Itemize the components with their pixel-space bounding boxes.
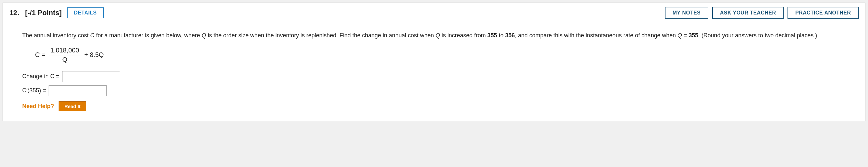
change-input[interactable] xyxy=(62,71,120,82)
question-body: The annual inventory cost C for a manufa… xyxy=(3,23,865,121)
val-356: 356 xyxy=(505,32,515,39)
formula-line: C = 1,018,000 Q + 8.5Q xyxy=(35,47,846,63)
inputs-section: Change in C = C′(355) = xyxy=(22,71,846,96)
need-help-label: Need Help? xyxy=(22,103,54,110)
page-container: 12. [-/1 Points] DETAILS MY NOTES ASK YO… xyxy=(0,0,868,167)
points-label: [-/1 Points] xyxy=(25,9,62,17)
var-q3: Q xyxy=(677,32,682,39)
change-label: Change in C = xyxy=(22,73,60,80)
details-button[interactable]: DETAILS xyxy=(67,7,104,18)
problem-text-1: The annual inventory cost xyxy=(22,32,90,39)
formula-lhs: C = xyxy=(35,51,45,59)
problem-text-8: . (Round your answers to two decimal pla… xyxy=(698,32,817,39)
problem-text-7: = xyxy=(682,32,689,39)
fraction-denominator: Q xyxy=(61,55,69,63)
read-it-button[interactable]: Read It xyxy=(59,101,86,111)
header-left: 12. [-/1 Points] DETAILS xyxy=(9,7,104,18)
var-q: Q xyxy=(202,32,206,39)
derivative-input-row: C′(355) = xyxy=(22,85,846,96)
need-help-section: Need Help? Read It xyxy=(22,101,846,111)
change-input-row: Change in C = xyxy=(22,71,846,82)
formula-container: C = 1,018,000 Q + 8.5Q xyxy=(35,47,846,63)
question-card: 12. [-/1 Points] DETAILS MY NOTES ASK YO… xyxy=(3,3,865,121)
problem-text-5: to xyxy=(497,32,505,39)
fraction-numerator: 1,018,000 xyxy=(49,47,81,55)
derivative-label: C′(355) = xyxy=(22,87,46,94)
problem-text-3: is the order size when the inventory is … xyxy=(206,32,435,39)
my-notes-button[interactable]: MY NOTES xyxy=(665,7,708,19)
formula-fraction: 1,018,000 Q xyxy=(49,47,81,63)
practice-another-button[interactable]: PRACTICE ANOTHER xyxy=(787,7,859,19)
question-header: 12. [-/1 Points] DETAILS MY NOTES ASK YO… xyxy=(3,3,865,23)
val-355: 355 xyxy=(488,32,497,39)
question-num-label: 12. xyxy=(9,9,19,17)
var-q2: Q xyxy=(436,32,440,39)
formula-rhs: + 8.5Q xyxy=(84,51,104,59)
derivative-input[interactable] xyxy=(49,85,106,96)
val-355b: 355 xyxy=(689,32,698,39)
problem-text-6: , and compare this with the instantaneou… xyxy=(515,32,677,39)
header-right: MY NOTES ASK YOUR TEACHER PRACTICE ANOTH… xyxy=(665,7,859,19)
problem-text-4: is increased from xyxy=(440,32,488,39)
var-c: C xyxy=(90,32,94,39)
problem-text-2: for a manufacturer is given below, where xyxy=(94,32,202,39)
problem-text: The annual inventory cost C for a manufa… xyxy=(22,31,846,40)
ask-teacher-button[interactable]: ASK YOUR TEACHER xyxy=(712,7,784,19)
question-number: 12. [-/1 Points] xyxy=(9,9,62,17)
